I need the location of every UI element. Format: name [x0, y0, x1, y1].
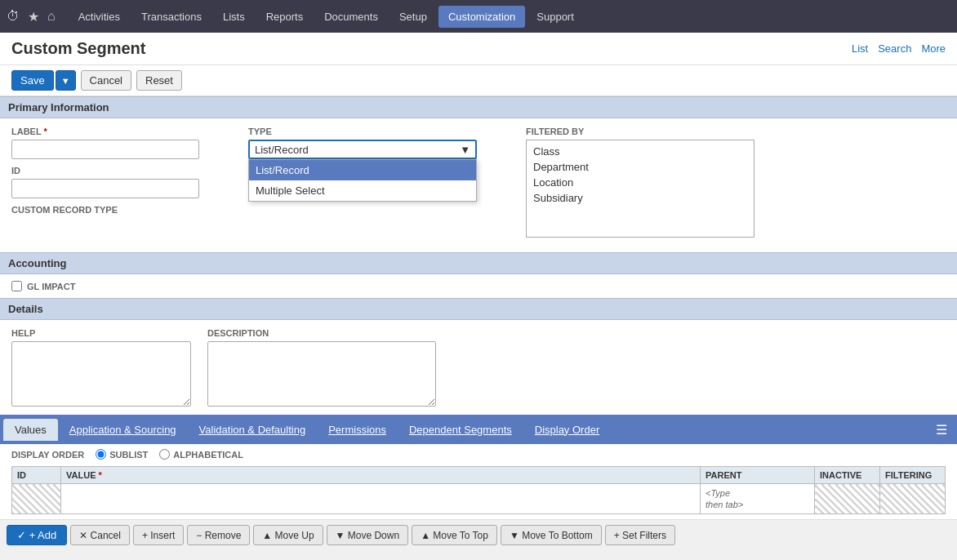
type-dropdown-wrapper: List/Record ▼ List/Record Multiple Selec… — [248, 140, 477, 159]
cancel-row-button[interactable]: ✕ Cancel — [70, 525, 130, 545]
value-input[interactable] — [66, 493, 695, 504]
type-hint: <Typethen tab> — [706, 488, 743, 509]
save-dropdown-button[interactable]: ▼ — [56, 70, 76, 91]
type-group: TYPE List/Record ▼ List/Record Multiple … — [248, 127, 477, 159]
reset-button[interactable]: Reset — [136, 70, 182, 91]
type-option-list-record[interactable]: List/Record — [249, 160, 476, 180]
col-header-id: ID — [12, 467, 61, 484]
add-checkmark: ✓ — [17, 529, 26, 541]
parent-cell: <Typethen tab> — [701, 484, 815, 514]
type-dropdown-arrow: ▼ — [460, 144, 470, 156]
page-actions: List Search More — [852, 42, 946, 55]
nav-menu: Activities Transactions Lists Reports Do… — [69, 6, 584, 28]
search-link[interactable]: Search — [878, 42, 911, 55]
gl-impact-label: GL IMPACT — [27, 282, 75, 291]
move-to-top-button[interactable]: ▲ Move To Top — [412, 525, 497, 545]
tab-application-sourcing[interactable]: Application & Sourcing — [58, 419, 188, 441]
toolbar: Save ▼ Cancel Reset — [0, 65, 957, 96]
table-row: <Typethen tab> — [12, 484, 946, 514]
label-group: LABEL * — [11, 127, 199, 159]
filtered-by-class[interactable]: Class — [530, 144, 750, 159]
page-header: Custom Segment List Search More — [0, 33, 957, 65]
tab-permissions[interactable]: Permissions — [317, 419, 398, 441]
remove-button[interactable]: − Remove — [187, 525, 250, 545]
filtered-by-location[interactable]: Location — [530, 175, 750, 190]
bottom-toolbar: ✓ + Add ✕ Cancel + Insert − Remove ▲ Mov… — [0, 519, 957, 550]
values-area: DISPLAY ORDER SUBLIST ALPHABETICAL ID VA… — [0, 444, 957, 519]
filtered-by-label: FILTERED BY — [526, 127, 754, 136]
nav-item-setup[interactable]: Setup — [389, 6, 437, 28]
values-table: ID VALUE * PARENT INACTIVE FILTERING <Ty… — [11, 466, 946, 514]
primary-info-area: LABEL * ID CUSTOM RECORD TYPE TYPE List/… — [0, 118, 957, 252]
gl-impact-checkbox[interactable] — [11, 281, 22, 291]
add-button[interactable]: ✓ + Add — [7, 525, 67, 545]
insert-button[interactable]: + Insert — [133, 525, 184, 545]
more-link[interactable]: More — [921, 42, 946, 55]
accounting-area: GL IMPACT — [0, 274, 957, 298]
list-link[interactable]: List — [852, 42, 868, 55]
tabs-bar: Values Application & Sourcing Validation… — [0, 415, 957, 444]
sublist-radio-group: SUBLIST — [96, 449, 148, 460]
nav-item-customization[interactable]: Customization — [438, 6, 525, 28]
nav-item-activities[interactable]: Activities — [69, 6, 130, 28]
sublist-radio[interactable] — [96, 449, 106, 460]
save-button[interactable]: Save — [11, 70, 54, 91]
page-title: Custom Segment — [11, 39, 145, 58]
nav-item-lists[interactable]: Lists — [213, 6, 255, 28]
col-header-inactive: INACTIVE — [815, 467, 880, 484]
move-to-bottom-button[interactable]: ▼ Move To Bottom — [501, 525, 602, 545]
inactive-cell — [815, 484, 880, 514]
col-header-parent: PARENT — [701, 467, 815, 484]
alphabetical-radio[interactable] — [159, 449, 170, 460]
filtering-cell — [880, 484, 946, 514]
nav-item-documents[interactable]: Documents — [314, 6, 388, 28]
tab-display-order[interactable]: Display Order — [523, 419, 611, 441]
label-field-label: LABEL * — [11, 127, 199, 136]
alphabetical-radio-group: ALPHABETICAL — [159, 449, 243, 460]
history-icon[interactable]: ⏱ — [7, 9, 20, 24]
type-label: TYPE — [248, 127, 477, 136]
tab-values[interactable]: Values — [3, 419, 58, 441]
type-select-display[interactable]: List/Record ▼ — [248, 140, 477, 159]
details-area: HELP DESCRIPTION — [0, 320, 957, 415]
move-up-button[interactable]: ▲ Move Up — [253, 525, 323, 545]
label-input[interactable] — [11, 140, 199, 159]
value-required-marker: * — [96, 470, 101, 480]
display-order-row: DISPLAY ORDER SUBLIST ALPHABETICAL — [11, 449, 946, 460]
nav-icons: ⏱ ★ ⌂ — [7, 9, 56, 24]
required-marker: * — [41, 127, 47, 136]
cancel-button[interactable]: Cancel — [81, 70, 131, 91]
description-group: DESCRIPTION — [207, 328, 436, 407]
filtered-by-department[interactable]: Department — [530, 159, 750, 175]
id-group: ID — [11, 166, 199, 198]
details-header: Details — [0, 298, 957, 320]
nav-item-reports[interactable]: Reports — [256, 6, 314, 28]
filtered-by-box[interactable]: Class Department Location Subsidiary — [526, 140, 754, 238]
sublist-label: SUBLIST — [109, 450, 148, 460]
type-selected-value: List/Record — [255, 144, 309, 156]
star-icon[interactable]: ★ — [28, 9, 39, 24]
set-filters-button[interactable]: + Set Filters — [605, 525, 675, 545]
tab-dependent-segments[interactable]: Dependent Segments — [398, 419, 523, 441]
custom-record-type-group: CUSTOM RECORD TYPE — [11, 205, 199, 215]
tab-validation-defaulting[interactable]: Validation & Defaulting — [188, 419, 318, 441]
display-order-label: DISPLAY ORDER — [11, 450, 84, 460]
help-label: HELP — [11, 328, 191, 338]
tabs-expand-icon[interactable]: ☰ — [929, 419, 954, 441]
help-textarea[interactable] — [11, 341, 191, 407]
move-down-button[interactable]: ▼ Move Down — [327, 525, 409, 545]
value-cell[interactable] — [61, 484, 701, 514]
type-dropdown: List/Record Multiple Select — [248, 159, 477, 202]
filtered-by-subsidiary[interactable]: Subsidiary — [530, 190, 750, 206]
help-group: HELP — [11, 328, 191, 407]
description-label: DESCRIPTION — [207, 328, 436, 338]
description-textarea[interactable] — [207, 341, 436, 407]
nav-item-transactions[interactable]: Transactions — [131, 6, 211, 28]
id-input[interactable] — [11, 179, 199, 198]
accounting-header: Accounting — [0, 252, 957, 274]
type-option-multiple-select[interactable]: Multiple Select — [249, 180, 476, 201]
home-icon[interactable]: ⌂ — [47, 9, 56, 24]
nav-item-support[interactable]: Support — [527, 6, 584, 28]
custom-record-type-label: CUSTOM RECORD TYPE — [11, 205, 199, 215]
textarea-group: HELP DESCRIPTION — [11, 328, 946, 407]
